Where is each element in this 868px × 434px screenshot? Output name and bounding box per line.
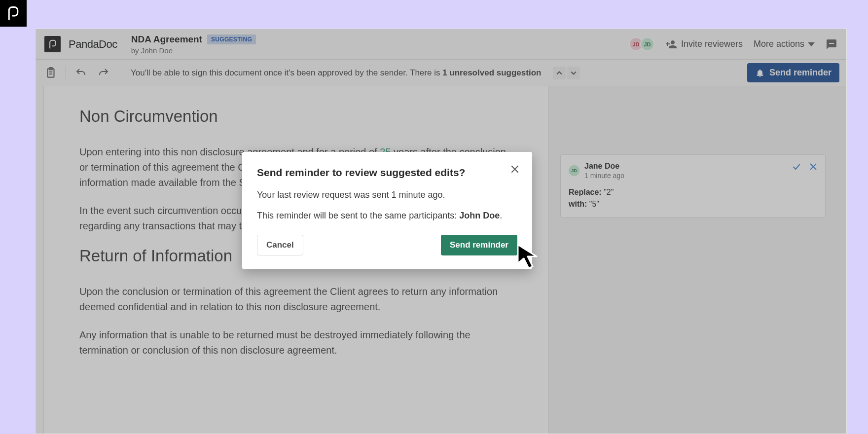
modal-close-button[interactable] — [508, 163, 521, 176]
close-icon — [510, 164, 520, 174]
app-corner-badge — [0, 0, 27, 27]
modal-line-2: This reminder will be sent to the same p… — [257, 209, 517, 223]
modal-title: Send reminder to review suggested edits? — [257, 167, 517, 179]
confirm-send-reminder-button[interactable]: Send reminder — [441, 235, 517, 255]
send-reminder-modal: Send reminder to review suggested edits?… — [242, 152, 532, 269]
cancel-button[interactable]: Cancel — [257, 235, 303, 255]
modal-line-1: Your last review request was sent 1 minu… — [257, 188, 517, 202]
